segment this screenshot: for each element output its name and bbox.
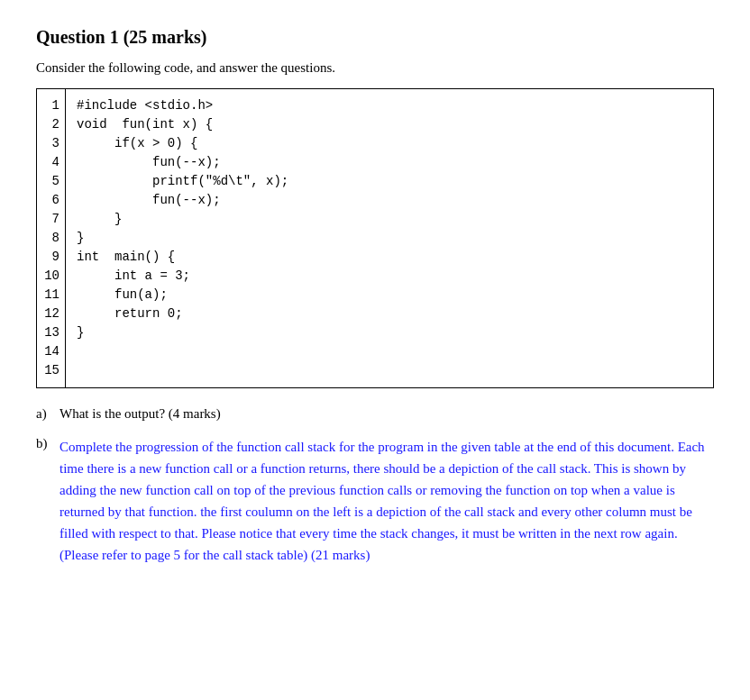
- line-number: 11: [42, 286, 59, 305]
- code-line: fun(--x);: [77, 153, 288, 172]
- line-number: 9: [42, 248, 59, 267]
- code-line: return 0;: [77, 305, 288, 323]
- line-number: 7: [42, 210, 59, 229]
- line-number: 4: [42, 153, 59, 172]
- part-a-text: What is the output? (4 marks): [59, 406, 714, 422]
- line-number: 15: [42, 361, 59, 380]
- question-title: Question 1 (25 marks): [36, 27, 714, 48]
- line-number: 6: [42, 191, 59, 210]
- code-line: fun(a);: [77, 286, 288, 305]
- code-block-container: 123456789101112131415 #include <stdio.h>…: [36, 88, 714, 388]
- code-line: printf("%d\t", x);: [77, 172, 288, 191]
- code-line: }: [77, 323, 288, 342]
- line-number: 14: [42, 342, 59, 361]
- line-number: 12: [42, 305, 59, 323]
- code-line: int main() {: [77, 248, 288, 267]
- line-number: 1: [42, 96, 59, 115]
- line-number: 2: [42, 115, 59, 134]
- line-number: 13: [42, 323, 59, 342]
- code-line: }: [77, 210, 288, 229]
- part-b: b) Complete the progression of the funct…: [36, 436, 714, 566]
- code-line: }: [77, 229, 288, 248]
- part-a: a) What is the output? (4 marks): [36, 406, 714, 422]
- line-number: 10: [42, 267, 59, 286]
- line-number: 3: [42, 134, 59, 153]
- code-line: #include <stdio.h>: [77, 96, 288, 115]
- part-a-label: a): [36, 406, 59, 422]
- line-number: 5: [42, 172, 59, 191]
- part-b-label: b): [36, 436, 59, 451]
- code-line: void fun(int x) {: [77, 115, 288, 134]
- code-line: if(x > 0) {: [77, 134, 288, 153]
- code-line: int a = 3;: [77, 267, 288, 286]
- intro-text: Consider the following code, and answer …: [36, 60, 714, 76]
- code-line: fun(--x);: [77, 191, 288, 210]
- code-content: #include <stdio.h>void fun(int x) { if(x…: [66, 89, 299, 387]
- line-numbers: 123456789101112131415: [37, 89, 66, 387]
- part-b-text: Complete the progression of the function…: [59, 436, 714, 566]
- line-number: 8: [42, 229, 59, 248]
